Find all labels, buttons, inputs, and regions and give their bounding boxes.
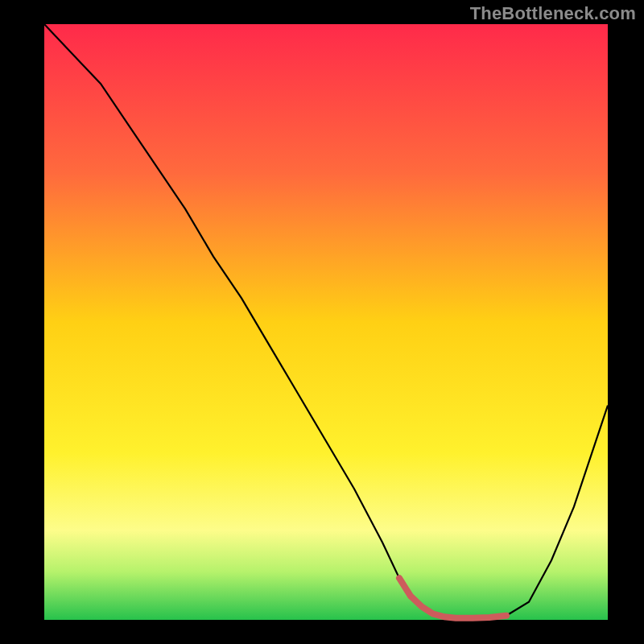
plot-background xyxy=(44,24,608,620)
watermark-text: TheBottleneck.com xyxy=(470,3,636,24)
chart-frame: { "watermark": "TheBottleneck.com", "cha… xyxy=(0,0,644,644)
bottleneck-chart xyxy=(0,0,644,644)
